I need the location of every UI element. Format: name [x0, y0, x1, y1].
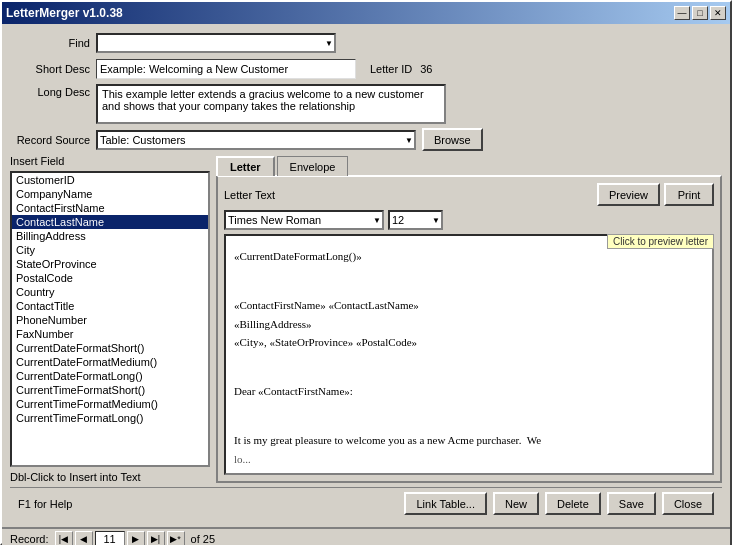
list-item[interactable]: CurrentDateFormatLong() — [12, 369, 208, 383]
record-of: of 25 — [191, 533, 215, 545]
close-window-button[interactable]: ✕ — [710, 6, 726, 20]
f1-hint: F1 for Help — [18, 498, 72, 510]
window-controls: — □ ✕ — [674, 6, 726, 20]
field-listbox[interactable]: CustomerIDCompanyNameContactFirstNameCon… — [10, 171, 210, 467]
font-row: Times New Roman 12 Click to preview lett… — [224, 210, 714, 230]
list-item[interactable]: ContactLastName — [12, 215, 208, 229]
font-size-select[interactable]: 12 — [388, 210, 443, 230]
find-row: Find — [10, 32, 722, 54]
letter-action-buttons: Preview Print — [597, 183, 714, 206]
nav-next-button[interactable]: ▶ — [127, 531, 145, 545]
find-label: Find — [10, 37, 90, 49]
list-item[interactable]: ContactTitle — [12, 299, 208, 313]
dbl-click-hint: Dbl-Click to Insert into Text — [10, 471, 210, 483]
record-current-input[interactable] — [95, 531, 125, 545]
letter-text-label: Letter Text — [224, 189, 275, 201]
new-button[interactable]: New — [493, 492, 539, 515]
save-button[interactable]: Save — [607, 492, 656, 515]
title-bar: LetterMerger v1.0.38 — □ ✕ — [2, 2, 730, 24]
preview-button[interactable]: Preview — [597, 183, 660, 206]
long-desc-label: Long Desc — [10, 84, 90, 98]
list-item[interactable]: BillingAddress — [12, 229, 208, 243]
letter-editor[interactable]: «CurrentDateFormatLong()» «ContactFirstN… — [224, 234, 714, 475]
tab-content: Letter Text Preview Print Times New Roma… — [216, 175, 722, 483]
font-name-select[interactable]: Times New Roman — [224, 210, 384, 230]
list-item[interactable]: FaxNumber — [12, 327, 208, 341]
preview-hint: Click to preview letter — [607, 234, 714, 249]
browse-button[interactable]: Browse — [422, 128, 483, 151]
short-desc-label: Short Desc — [10, 63, 90, 75]
short-desc-input[interactable] — [96, 59, 356, 79]
insert-field-panel: Insert Field CustomerIDCompanyNameContac… — [10, 155, 210, 483]
list-item[interactable]: CurrentDateFormatShort() — [12, 341, 208, 355]
main-window: LetterMerger v1.0.38 — □ ✕ Find Short De… — [0, 0, 732, 545]
right-panel: Letter Envelope Letter Text Preview Prin… — [216, 155, 722, 483]
letter-header-row: Letter Text Preview Print — [224, 183, 714, 206]
list-item[interactable]: CurrentTimeFormatMedium() — [12, 397, 208, 411]
list-item[interactable]: City — [12, 243, 208, 257]
record-source-row: Record Source Table: Customers Browse — [10, 128, 722, 151]
short-desc-row: Short Desc Letter ID 36 — [10, 58, 722, 80]
letter-id-value: 36 — [420, 63, 432, 75]
bottom-buttons: Link Table... New Delete Save Close — [404, 492, 714, 515]
list-item[interactable]: ContactFirstName — [12, 201, 208, 215]
list-item[interactable]: Country — [12, 285, 208, 299]
nav-last-button[interactable]: ▶| — [147, 531, 165, 545]
main-content: Find Short Desc Letter ID 36 Long Desc T… — [2, 24, 730, 527]
list-item[interactable]: PhoneNumber — [12, 313, 208, 327]
long-desc-row: Long Desc This example letter extends a … — [10, 84, 722, 124]
tab-letter[interactable]: Letter — [216, 156, 275, 176]
nav-prev-button[interactable]: ◀ — [75, 531, 93, 545]
delete-button[interactable]: Delete — [545, 492, 601, 515]
find-select[interactable] — [96, 33, 336, 53]
record-nav: |◀ ◀ ▶ ▶| ▶* — [55, 531, 185, 545]
print-button[interactable]: Print — [664, 183, 714, 206]
list-item[interactable]: CustomerID — [12, 173, 208, 187]
bottom-toolbar: F1 for Help Link Table... New Delete Sav… — [10, 487, 722, 519]
maximize-button[interactable]: □ — [692, 6, 708, 20]
minimize-button[interactable]: — — [674, 6, 690, 20]
status-bar: Record: |◀ ◀ ▶ ▶| ▶* of 25 — [2, 527, 730, 545]
letter-id-label: Letter ID — [370, 63, 412, 75]
long-desc-textarea[interactable]: This example letter extends a gracius we… — [96, 84, 446, 124]
window-title: LetterMerger v1.0.38 — [6, 6, 123, 20]
list-item[interactable]: CompanyName — [12, 187, 208, 201]
record-label: Record: — [10, 533, 49, 545]
tab-envelope[interactable]: Envelope — [277, 156, 349, 176]
list-item[interactable]: CurrentTimeFormatLong() — [12, 411, 208, 425]
list-item[interactable]: CurrentDateFormatMedium() — [12, 355, 208, 369]
link-table-button[interactable]: Link Table... — [404, 492, 487, 515]
record-source-label: Record Source — [10, 134, 90, 146]
list-item[interactable]: StateOrProvince — [12, 257, 208, 271]
lower-area: Insert Field CustomerIDCompanyNameContac… — [10, 155, 722, 483]
insert-field-label: Insert Field — [10, 155, 210, 167]
list-item[interactable]: PostalCode — [12, 271, 208, 285]
nav-new-button[interactable]: ▶* — [167, 531, 185, 545]
record-source-select[interactable]: Table: Customers — [96, 130, 416, 150]
letter-id-section: Letter ID 36 — [370, 63, 432, 75]
close-button[interactable]: Close — [662, 492, 714, 515]
nav-first-button[interactable]: |◀ — [55, 531, 73, 545]
list-item[interactable]: CurrentTimeFormatShort() — [12, 383, 208, 397]
tab-bar: Letter Envelope — [216, 155, 722, 175]
